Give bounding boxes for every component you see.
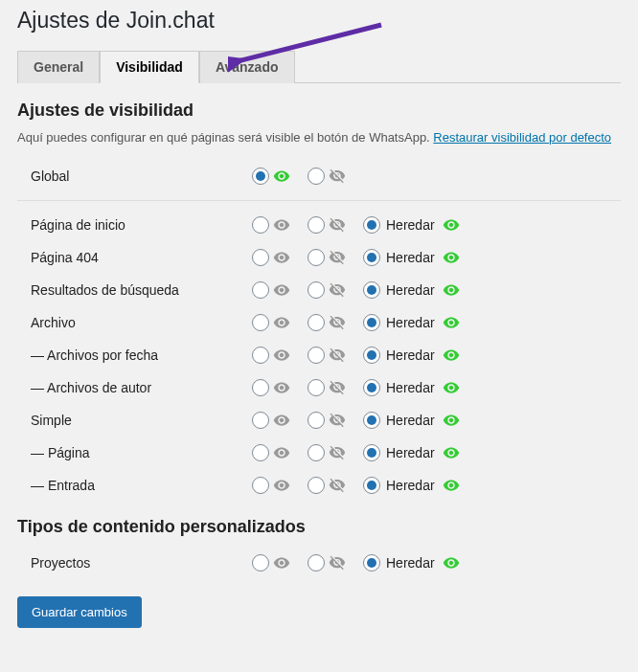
row-label: — Entrada	[17, 478, 252, 493]
radio-inherit[interactable]	[363, 444, 380, 461]
row-label: Página de inicio	[17, 217, 252, 233]
row-label: Archivo	[17, 315, 252, 330]
eye-inherit-icon	[443, 347, 460, 364]
eye-visible-icon	[273, 554, 290, 571]
row-opts: Heredar	[252, 379, 471, 396]
submit-button[interactable]: Guardar cambios	[17, 596, 142, 628]
eye-inherit-icon	[443, 477, 460, 494]
inherit-label: Heredar	[386, 282, 435, 298]
radio-inherit[interactable]	[363, 281, 380, 299]
radio-inherit[interactable]	[363, 477, 380, 494]
eye-hidden-icon	[329, 281, 346, 299]
inherit-label: Heredar	[386, 555, 435, 571]
row-label: Simple	[17, 413, 252, 428]
radio-hide[interactable]	[308, 379, 325, 396]
page-title: Ajustes de Join.chat	[17, 8, 621, 34]
radio-show[interactable]	[252, 314, 269, 331]
eye-visible-icon	[273, 477, 290, 494]
radio-inherit[interactable]	[363, 249, 380, 266]
visibility-row: ProyectosHeredar	[17, 547, 621, 579]
inherit-label: Heredar	[386, 445, 435, 460]
inherit-label: Heredar	[386, 315, 435, 330]
inherit-label: Heredar	[386, 413, 435, 428]
divider	[17, 200, 621, 201]
radio-hide[interactable]	[308, 249, 325, 266]
radio-show[interactable]	[252, 444, 269, 461]
radio-show[interactable]	[252, 412, 269, 429]
eye-hidden-icon	[329, 554, 346, 571]
eye-inherit-icon	[443, 444, 460, 461]
eye-visible-icon	[273, 168, 290, 185]
tab-general[interactable]: General	[17, 51, 100, 83]
restore-link[interactable]: Restaurar visibilidad por defecto	[433, 130, 611, 145]
eye-hidden-icon	[329, 444, 346, 461]
section-title: Ajustes de visibilidad	[17, 101, 621, 121]
row-label: Proyectos	[17, 555, 252, 571]
visibility-row: Resultados de búsquedaHeredar	[17, 274, 621, 306]
visibility-row: — Archivos de autorHeredar	[17, 371, 621, 404]
radio-hide[interactable]	[308, 444, 325, 461]
eye-hidden-icon	[329, 168, 346, 185]
radio-inherit[interactable]	[363, 412, 380, 429]
radio-show[interactable]	[252, 477, 269, 494]
eye-inherit-icon	[443, 314, 460, 331]
eye-inherit-icon	[443, 379, 460, 396]
radio-hide[interactable]	[308, 281, 325, 299]
radio-inherit[interactable]	[363, 216, 380, 234]
row-opts-global	[252, 168, 357, 185]
radio-hide[interactable]	[308, 412, 325, 429]
radio-hide[interactable]	[308, 347, 325, 364]
row-label-global: Global	[17, 168, 252, 184]
row-opts: Heredar	[252, 412, 471, 429]
radio-show[interactable]	[252, 281, 269, 299]
visibility-row: ArchivoHeredar	[17, 306, 621, 339]
eye-hidden-icon	[329, 314, 346, 331]
radio-hide[interactable]	[308, 314, 325, 331]
eye-visible-icon	[273, 347, 290, 364]
radio-hide[interactable]	[308, 477, 325, 494]
radio-hide-global[interactable]	[308, 168, 325, 185]
settings-tabs: General Visibilidad Avanzado	[17, 51, 621, 83]
radio-show[interactable]	[252, 379, 269, 396]
cpt-title: Tipos de contenido personalizados	[17, 517, 621, 537]
eye-visible-icon	[273, 412, 290, 429]
radio-inherit[interactable]	[363, 347, 380, 364]
description-text: Aquí puedes configurar en qué páginas se…	[17, 130, 433, 145]
row-global: Global	[17, 160, 621, 192]
row-label: Página 404	[17, 250, 252, 265]
radio-inherit[interactable]	[363, 379, 380, 396]
visibility-row: Página de inicioHeredar	[17, 209, 621, 241]
tab-avanzado[interactable]: Avanzado	[199, 51, 295, 83]
visibility-row: — PáginaHeredar	[17, 437, 621, 469]
eye-visible-icon	[273, 281, 290, 299]
radio-show-global[interactable]	[252, 168, 269, 185]
radio-show[interactable]	[252, 554, 269, 571]
eye-visible-icon	[273, 379, 290, 396]
radio-show[interactable]	[252, 249, 269, 266]
radio-show[interactable]	[252, 347, 269, 364]
eye-hidden-icon	[329, 412, 346, 429]
eye-inherit-icon	[443, 281, 460, 299]
eye-inherit-icon	[443, 412, 460, 429]
row-label: Resultados de búsqueda	[17, 282, 252, 298]
row-label: — Archivos por fecha	[17, 347, 252, 363]
radio-inherit[interactable]	[363, 314, 380, 331]
row-opts: Heredar	[252, 444, 471, 461]
eye-hidden-icon	[329, 379, 346, 396]
eye-visible-icon	[273, 444, 290, 461]
visibility-row: SimpleHeredar	[17, 404, 621, 437]
inherit-label: Heredar	[386, 380, 435, 395]
row-opts: Heredar	[252, 314, 471, 331]
eye-visible-icon	[273, 216, 290, 234]
eye-hidden-icon	[329, 347, 346, 364]
visibility-row: — EntradaHeredar	[17, 469, 621, 502]
visibility-row: Página 404Heredar	[17, 241, 621, 274]
radio-hide[interactable]	[308, 554, 325, 571]
tab-visibilidad[interactable]: Visibilidad	[100, 51, 199, 83]
row-opts: Heredar	[252, 216, 471, 234]
radio-hide[interactable]	[308, 216, 325, 234]
radio-inherit[interactable]	[363, 554, 380, 571]
radio-show[interactable]	[252, 216, 269, 234]
row-label: — Página	[17, 445, 252, 460]
visibility-row: — Archivos por fechaHeredar	[17, 339, 621, 371]
